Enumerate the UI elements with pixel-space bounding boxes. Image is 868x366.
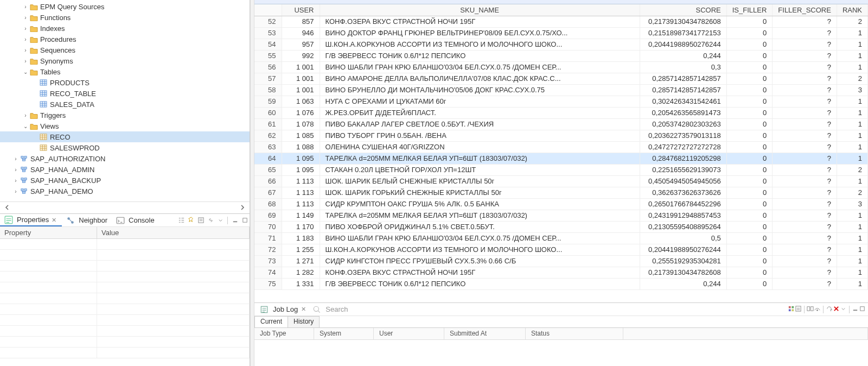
column-header[interactable]: SKU_NAME xyxy=(320,4,640,16)
prop-pin-icon[interactable] xyxy=(187,217,195,224)
chevron-right-icon[interactable]: › xyxy=(22,47,29,53)
prop-header-value[interactable]: Value xyxy=(97,227,250,238)
joblog-icon-4[interactable] xyxy=(814,305,821,314)
table-row[interactable]: 581 001ВИНО БРУНЕЛЛО ДИ МОНТАЛЬЧИНО'05/0… xyxy=(254,84,868,96)
joblog-refresh-icon[interactable] xyxy=(826,305,833,314)
maximize-icon[interactable] xyxy=(241,217,248,224)
table-row[interactable]: 751 331Г/В ЭВЕРВЕСС ТОНИК 0.6Л*12 ПЕПСИК… xyxy=(254,278,868,289)
chevron-right-icon[interactable]: › xyxy=(22,112,29,118)
table-row[interactable]: 53946ВИНО ДОКТОР ФРАНЦ ГРЮНЕР ВЕЛЬТРИНЕР… xyxy=(254,27,868,39)
chevron-right-icon[interactable]: › xyxy=(22,15,29,21)
tree-item[interactable]: SALES_DATA xyxy=(0,99,250,110)
chevron-down-icon[interactable]: ⌄ xyxy=(22,123,29,129)
table-row[interactable]: 701 170ПИВО ХОФБРОЙ ОРИДЖИНАЛ 5.1% СВЕТ.… xyxy=(254,221,868,232)
table-row[interactable]: 681 113СИДР КРУМПТОН ОАКС ГРУША 5% АЛК. … xyxy=(254,198,868,210)
table-row[interactable]: 52857КОНФ.ОЗЕРА ВКУС СТРАСТНОЙ НОЧИ 195Г… xyxy=(254,16,868,27)
tree-item[interactable]: SALESWPROD xyxy=(0,142,250,153)
tab-console[interactable]: Console xyxy=(112,214,159,226)
table-row[interactable]: 611 078ПИВО БАКАЛАР ЛАГЕР СВЕТЛОЕ 0.5БУТ… xyxy=(254,118,868,130)
vertical-splitter[interactable] xyxy=(250,0,254,366)
joblog-delete-icon[interactable] xyxy=(833,305,840,314)
cell: 1 095 xyxy=(282,153,320,164)
joblog-column-header[interactable]: System xyxy=(314,328,374,339)
prop-link-icon[interactable] xyxy=(207,217,214,224)
chevron-right-icon[interactable]: › xyxy=(22,4,29,10)
tree-item[interactable]: ›Functions xyxy=(0,12,250,23)
tree-item[interactable]: ›SAP_AUTHORIZATION xyxy=(0,153,250,164)
column-header[interactable]: SCORE xyxy=(640,4,726,16)
table-row[interactable]: 721 255Ш.КОН.А.КОРКУНОВ АССОРТИ ИЗ ТЕМНО… xyxy=(254,244,868,255)
chevron-right-icon[interactable]: › xyxy=(22,26,29,31)
minimize-icon[interactable] xyxy=(231,217,239,224)
table-row[interactable]: 661 113ШОК. ШАРИК БЕЛЫЙ СНЕЖНЫЕ КРИСТАЛЛ… xyxy=(254,175,868,187)
column-header[interactable]: RANK xyxy=(837,4,867,16)
table-row[interactable]: 641 095ТАРЕЛКА d=205ММ МЕЛКАЯ БЕЛАЯ УП=6… xyxy=(254,153,868,164)
chevron-down-icon[interactable]: ⌄ xyxy=(22,69,29,75)
column-header[interactable] xyxy=(254,4,282,16)
subtab-history[interactable]: History xyxy=(288,316,320,327)
close-icon[interactable]: ✕ xyxy=(300,306,307,313)
close-icon[interactable]: ✕ xyxy=(50,214,58,226)
tree-item[interactable]: ⌄Tables xyxy=(0,66,250,77)
joblog-icon-3[interactable] xyxy=(807,305,814,314)
chevron-right-icon[interactable]: › xyxy=(12,156,20,162)
joblog-column-header[interactable]: User xyxy=(374,328,444,339)
tree-item[interactable]: ›SAP_HANA_ADMIN xyxy=(0,164,250,175)
prop-tree-icon[interactable] xyxy=(177,217,185,224)
tree-item[interactable]: PRODUCTS xyxy=(0,77,250,88)
table-row[interactable]: 711 183ВИНО ШАБЛИ ГРАН КРЮ БЛАНШО'03/04 … xyxy=(254,232,868,244)
chevron-right-icon[interactable]: › xyxy=(22,36,29,42)
table-row[interactable]: 631 088ОЛЕНИНА СУШЕНАЯ 40Г/GRIZZON0,2472… xyxy=(254,141,868,153)
tab-properties[interactable]: Properties ✕ xyxy=(0,214,62,226)
catalog-tree[interactable]: ›EPM Query Sources›Functions›Indexes›Pro… xyxy=(0,0,250,197)
chevron-right-icon[interactable]: › xyxy=(12,178,20,184)
tree-item[interactable]: RECO_TABLE xyxy=(0,88,250,99)
joblog-column-header[interactable]: Status xyxy=(526,328,623,339)
table-row[interactable]: 561 001ВИНО ШАБЛИ ГРАН КРЮ БЛАНШО'03/04 … xyxy=(254,61,868,73)
chevron-right-icon[interactable]: › xyxy=(22,58,29,64)
table-row[interactable]: 571 001ВИНО АМАРОНЕ ДЕЛЛА ВАЛЬПОЛИЧЕЛЛА'… xyxy=(254,73,868,84)
joblog-search[interactable]: Search xyxy=(312,305,348,314)
tree-item[interactable]: ›Synonyms xyxy=(0,55,250,66)
chevron-right-icon[interactable]: › xyxy=(12,188,20,194)
tree-item[interactable]: ⌄Views xyxy=(0,121,250,131)
table-row[interactable]: 621 085ПИВО ТУБОРГ ГРИН 0.5БАН. /ВЕНА0,2… xyxy=(254,130,868,141)
tab-neighbor[interactable]: Neighbor xyxy=(62,214,112,226)
column-header[interactable]: USER xyxy=(282,4,320,16)
table-row[interactable]: 651 095СТАКАН 0.20Л ЦВЕТНОЙ ГОР/ХОЛ УП=1… xyxy=(254,164,868,175)
tree-item[interactable]: RECO xyxy=(0,131,250,142)
tree-item[interactable]: ›Triggers xyxy=(0,110,250,121)
tree-item[interactable]: ›Indexes xyxy=(0,23,250,34)
tree-item[interactable]: ›Procedures xyxy=(0,34,250,45)
tree-nav-left-icon[interactable] xyxy=(4,204,10,212)
joblog-icon-1[interactable] xyxy=(788,305,795,314)
tab-joblog[interactable]: Job Log ✕ xyxy=(257,304,310,315)
table-row[interactable]: 55992Г/В ЭВЕРВЕСС ТОНИК 0.6Л*12 ПЕПСИКО0… xyxy=(254,50,868,61)
table-row[interactable]: 671 113ШОК. ШАРИК ГОРЬКИЙ СНЕЖНЫЕ КРИСТА… xyxy=(254,187,868,198)
table-row[interactable]: 731 271СИДР КИНГСТОН ПРЕСС ГРУШЕВЫЙ СУХ.… xyxy=(254,255,868,267)
column-header[interactable]: FILLER_SCORE xyxy=(773,4,837,16)
joblog-icon-2[interactable] xyxy=(795,305,802,314)
prop-header-property[interactable]: Property xyxy=(0,227,97,238)
tree-item[interactable]: ›SAP_HANA_BACKUP xyxy=(0,175,250,186)
minimize-icon[interactable] xyxy=(852,305,859,314)
joblog-column-header[interactable]: Job Type xyxy=(254,328,314,339)
tree-item[interactable]: ›Sequences xyxy=(0,45,250,55)
maximize-icon[interactable] xyxy=(859,305,866,314)
table-row[interactable]: 741 282КОНФ.ОЗЕРА ВКУС СТРАСТНОЙ НОЧИ 19… xyxy=(254,267,868,278)
tree-item[interactable]: ›EPM Query Sources xyxy=(0,1,250,12)
result-table[interactable]: USERSKU_NAMESCOREIS_FILLERFILLER_SCORERA… xyxy=(254,4,868,290)
table-row[interactable]: 691 149ТАРЕЛКА d=205ММ МЕЛКАЯ БЕЛАЯ УП=6… xyxy=(254,210,868,221)
prop-sheet-icon[interactable] xyxy=(197,217,205,224)
joblog-column-header[interactable]: Submitted At xyxy=(444,328,526,339)
table-row[interactable]: 591 063НУГА С ОРЕХАМИ И ЦУКАТАМИ 60г0,30… xyxy=(254,96,868,107)
tree-item[interactable]: ›SAP_HANA_DEMO xyxy=(0,186,250,197)
subtab-current[interactable]: Current xyxy=(254,316,288,327)
table-row[interactable]: 601 076Ж.РЕЗ.ОРБИТ Д/ДЕТЕЙ/6ПЛАСТ.0,2054… xyxy=(254,107,868,118)
chevron-right-icon[interactable]: › xyxy=(12,167,20,173)
prop-menu-icon[interactable] xyxy=(216,217,224,224)
table-row[interactable]: 54957Ш.КОН.А.КОРКУНОВ АССОРТИ ИЗ ТЕМНОГО… xyxy=(254,39,868,50)
column-header[interactable]: IS_FILLER xyxy=(726,4,773,16)
joblog-menu-icon[interactable] xyxy=(840,305,847,314)
tree-nav-right-icon[interactable] xyxy=(240,204,245,212)
